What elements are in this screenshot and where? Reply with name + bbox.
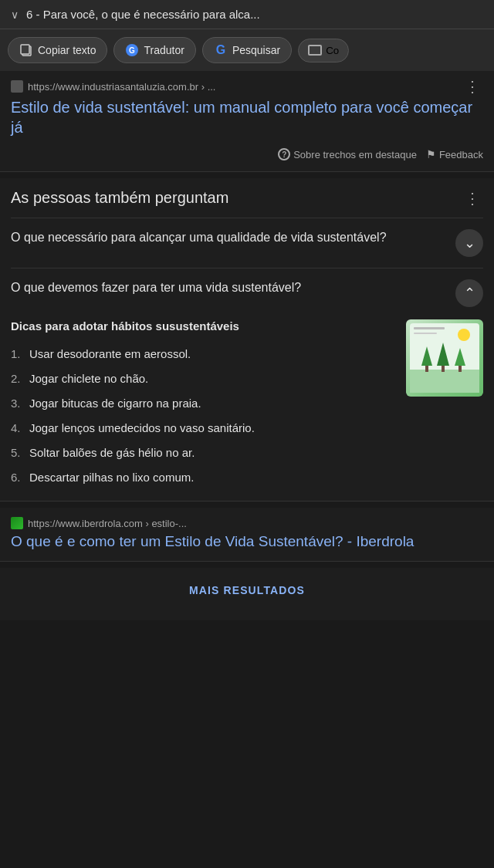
divider-1 [0,171,494,172]
copy-text-label: Copiar texto [38,44,96,56]
paa-header: As pessoas também perguntam ⋮ [11,189,483,207]
result2-title[interactable]: O que é e como ter um Estilo de Vida Sus… [11,532,483,552]
more-options-icon[interactable]: ⋮ [462,79,483,94]
info-icon: ? [278,148,290,160]
list-item: 1.Usar desodorante em aerossol. [11,342,397,366]
paa-item-2-row[interactable]: O que devemos fazer para ter uma vida su… [11,279,483,307]
top-bar-title: 6 - Para você, o que é necessário para a… [26,8,260,21]
co-icon [308,45,322,56]
chevron-up-icon [464,286,475,301]
paa-question-2: O que devemos fazer para ter uma vida su… [11,279,448,296]
paa-title: As pessoas também perguntam [11,189,228,207]
svg-rect-11 [458,366,462,372]
divider-3 [0,561,494,562]
highlight-info: ? Sobre trechos em destaque [278,148,417,160]
paa-question-1: O que necessário para alcançar uma quali… [11,229,448,246]
result-url-text: https://www.industriasantaluzia.com.br ›… [28,81,215,93]
answer-content: Dicas para adotar hábitos susustentáveis… [11,319,397,490]
list-item: 5.Soltar balões de gás hélio no ar. [11,441,397,465]
list-item: 3.Jogar bitucas de cigarro na praia. [11,391,397,416]
svg-rect-13 [414,327,445,329]
result2-url-text: https://www.iberdrola.com › estilo-... [28,518,187,529]
chevron-down-icon: ∨ [11,8,19,21]
paa-expand-1-button[interactable] [455,229,483,257]
paa-item-1: O que necessário para alcançar uma quali… [11,218,483,268]
svg-rect-7 [425,366,428,372]
answer-image [406,319,483,397]
feedback-icon: ⚑ [426,148,436,160]
translate-label: Tradutor [144,44,184,56]
result-1: https://www.industriasantaluzia.com.br ›… [0,71,494,171]
search-button[interactable]: G Pesquisar [202,37,292,63]
result-meta: ? Sobre trechos em destaque ⚑ Feedback [11,144,483,167]
result2-favicon [11,517,23,529]
result-title[interactable]: Estilo de vida sustentável: um manual co… [11,97,483,137]
svg-rect-9 [442,366,445,372]
highlight-label: Sobre trechos em destaque [293,149,417,160]
result2-url-row: https://www.iberdrola.com › estilo-... [11,517,483,529]
result-favicon [11,80,23,93]
result-url-row: https://www.industriasantaluzia.com.br ›… [11,79,483,94]
paa-collapse-2-button[interactable] [455,279,483,307]
svg-rect-1 [21,45,29,54]
feedback-button[interactable]: ⚑ Feedback [426,148,483,160]
more-results-section: MAIS RESULTADOS [0,568,494,620]
list-item: 6.Descartar pilhas no lixo comum. [11,465,397,490]
answer-title: Dicas para adotar hábitos susustentáveis [11,319,397,333]
paa-item-2: O que devemos fazer para ter uma vida su… [11,268,483,501]
paa-answer-2: Dicas para adotar hábitos susustentáveis… [11,316,483,490]
paa-more-options-icon[interactable]: ⋮ [462,191,483,206]
translate-button[interactable]: G Tradutor [113,37,195,63]
co-button[interactable]: Co [298,39,349,62]
svg-rect-5 [410,370,479,393]
list-item: 4.Jogar lenços umedecidos no vaso sanitá… [11,416,397,441]
result-url: https://www.industriasantaluzia.com.br ›… [11,80,215,93]
result-2: https://www.iberdrola.com › estilo-... O… [0,508,494,561]
top-bar: ∨ 6 - Para você, o que é necessário para… [0,0,494,29]
co-label: Co [326,45,339,56]
copy-text-button[interactable]: Copiar texto [8,37,107,63]
list-item: 2.Jogar chiclete no chão. [11,366,397,391]
more-results-button[interactable]: MAIS RESULTADOS [189,584,305,596]
answer-image-placeholder [406,319,483,397]
divider-2 [0,501,494,502]
toolbar: Copiar texto G Tradutor G Pesquisar Co [0,29,494,71]
copy-icon [19,43,33,57]
feedback-label: Feedback [439,149,483,160]
svg-text:G: G [129,46,135,55]
search-label: Pesquisar [232,44,280,56]
paa-item-1-row[interactable]: O que necessário para alcançar uma quali… [11,229,483,257]
answer-list: 1.Usar desodorante em aerossol. 2.Jogar … [11,342,397,490]
svg-rect-14 [414,333,437,334]
translate-icon: G [125,43,139,57]
chevron-down-icon [464,236,475,251]
svg-point-12 [458,329,470,341]
people-also-ask-section: As pessoas também perguntam ⋮ O que nece… [0,178,494,501]
google-icon: G [214,43,228,57]
